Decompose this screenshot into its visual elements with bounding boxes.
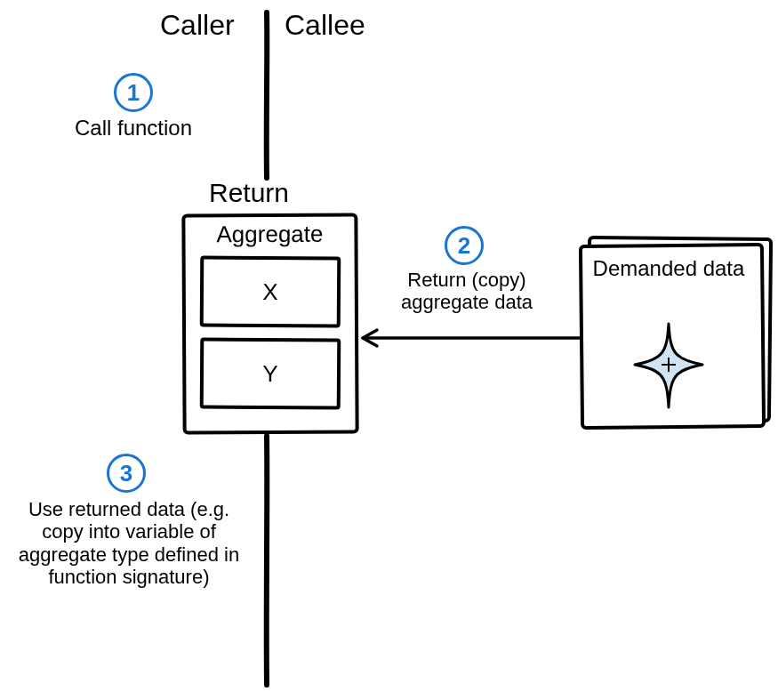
step-2-number: 2: [458, 232, 470, 260]
aggregate-field-y: Y: [200, 337, 341, 409]
step-1-number: 1: [127, 79, 140, 107]
step-1-badge: 1: [114, 73, 153, 112]
step-3-label: Use returned data (e.g. copy into variab…: [18, 498, 240, 588]
callee-label: Callee: [285, 9, 365, 42]
step-1-label: Call function: [62, 116, 205, 141]
step-2-badge: 2: [445, 226, 484, 265]
aggregate-field-x-label: X: [262, 278, 278, 305]
caller-label: Caller: [160, 9, 235, 42]
demanded-box-label: Demanded data: [589, 256, 749, 281]
step-3-badge: 3: [107, 454, 146, 493]
sparkle-icon: [633, 322, 704, 411]
aggregate-field-y-label: Y: [262, 359, 278, 387]
diagram-root: Caller Callee 1 Call function Return Agg…: [0, 0, 778, 700]
step-3-number: 3: [120, 460, 132, 487]
step-2-label: Return (copy) aggregate data: [378, 269, 556, 314]
return-title: Return: [209, 178, 289, 209]
aggregate-label: Aggregate: [185, 221, 354, 249]
aggregate-field-x: X: [200, 255, 341, 327]
